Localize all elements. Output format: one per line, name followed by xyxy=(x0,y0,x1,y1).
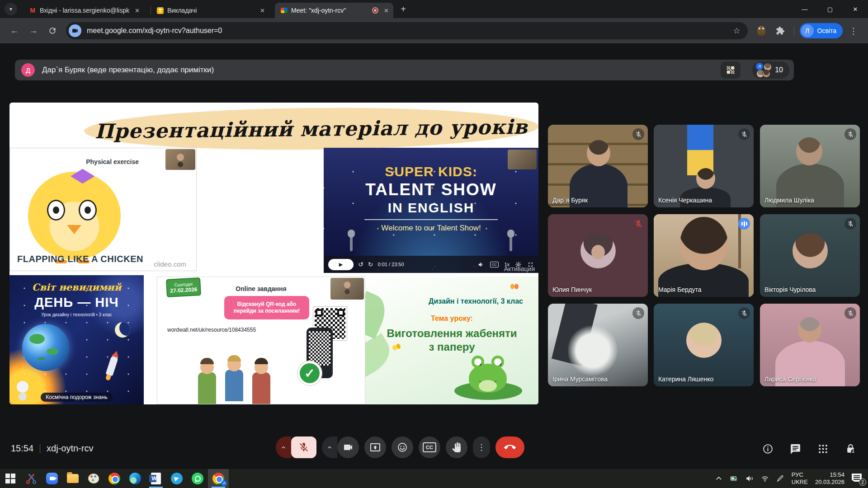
profile-chip[interactable]: Л Освіта xyxy=(800,23,843,38)
chat-button[interactable] xyxy=(790,443,801,455)
rewind-icon[interactable]: ↺ xyxy=(358,261,363,268)
mic-options-button[interactable] xyxy=(276,436,291,458)
participant-name: Ірина Мурсамітова xyxy=(552,375,608,383)
meeting-details-button[interactable] xyxy=(762,443,774,455)
participant-tile[interactable]: Катерина Ляшенко xyxy=(654,304,754,386)
notification-count-badge: 2 xyxy=(859,479,866,486)
taskbar-file-explorer[interactable] xyxy=(62,469,83,488)
notification-center-button[interactable]: 2 xyxy=(852,474,863,483)
mic-mute-button[interactable] xyxy=(291,436,316,458)
tray-date: 20.03.2026 xyxy=(815,479,844,486)
reload-button[interactable] xyxy=(44,23,61,39)
forward-button[interactable]: → xyxy=(25,23,42,39)
taskbar-chrome-profile-active[interactable]: Л xyxy=(208,469,229,488)
fast-forward-icon[interactable]: ↻ xyxy=(368,261,373,268)
mic-off-icon xyxy=(632,218,644,230)
taskbar-chrome[interactable] xyxy=(104,469,125,488)
tab-close-icon[interactable]: ✕ xyxy=(135,7,140,14)
volume-icon[interactable] xyxy=(745,474,754,483)
space-title-script: Світ невидимий xyxy=(9,282,144,293)
present-icon xyxy=(370,442,381,453)
participant-tile[interactable]: Юлия Пинчук xyxy=(548,214,648,297)
wifi-icon[interactable] xyxy=(761,474,769,483)
back-button[interactable]: ← xyxy=(6,23,23,39)
participant-count-pill[interactable]: Л 10 xyxy=(752,61,789,79)
bookmark-star-icon[interactable]: ☆ xyxy=(733,26,745,36)
microphone-prop-icon xyxy=(509,236,512,251)
host-controls-button[interactable] xyxy=(845,443,856,455)
presenter-banner-text: Дар`я Буряк (веде презентацію, додає при… xyxy=(42,66,214,75)
taskbar-clock[interactable]: 15:54 20.03.2026 xyxy=(815,471,844,486)
scissors-icon xyxy=(26,473,37,484)
talent-line3: IN ENGLISH xyxy=(324,200,538,216)
meet-icon xyxy=(280,7,288,14)
participant-tile[interactable]: Ірина Мурсамітова xyxy=(548,304,648,386)
leave-call-button[interactable] xyxy=(495,436,524,458)
tab-gmail[interactable]: M Вхідні - larissa.sergienko@lispk ✕ xyxy=(24,3,151,18)
taskbar-edge[interactable] xyxy=(125,469,146,488)
taskbar-zoom-app[interactable] xyxy=(42,469,62,488)
browser-tab-strip: ▾ M Вхідні - larissa.sergienko@lispk ✕ В… xyxy=(0,0,868,18)
pen-icon[interactable] xyxy=(776,474,784,483)
browser-toolbar: ← → meet.google.com/xdj-oytn-rcv?authuse… xyxy=(0,18,868,43)
taskbar-snipping-app[interactable] xyxy=(21,469,42,488)
more-options-button[interactable]: ⋮ xyxy=(473,436,490,458)
participant-tile[interactable]: Людмила Шуліка xyxy=(760,125,860,207)
keyboard-language-indicator[interactable]: РУС UKRE xyxy=(792,471,808,486)
shared-presentation[interactable]: Презентаційний матеріал до уроків Physic… xyxy=(9,103,538,404)
taskbar-whatsapp[interactable] xyxy=(187,469,208,488)
participant-tile-active-speaker[interactable]: Марія Бердута xyxy=(654,214,754,297)
address-bar[interactable]: meet.google.com/xdj-oytn-rcv?authuser=0 … xyxy=(66,22,748,39)
tray-expand-chevron-icon[interactable] xyxy=(715,474,723,483)
reload-icon xyxy=(48,26,57,35)
presentation-title: Презентаційний матеріал до уроків xyxy=(94,115,528,142)
tab-teachers[interactable]: Викладачі ✕ xyxy=(151,3,269,18)
present-screen-button[interactable] xyxy=(364,436,386,458)
owl-icon xyxy=(757,26,765,36)
start-button[interactable] xyxy=(0,469,21,488)
extensions-button[interactable] xyxy=(772,23,788,39)
new-tab-button[interactable]: + xyxy=(397,3,410,15)
tab-close-icon[interactable]: ✕ xyxy=(384,7,389,14)
whatsapp-icon xyxy=(192,473,203,484)
close-window-button[interactable]: ✕ xyxy=(843,0,868,18)
tab-search-chevron-icon: ▾ xyxy=(9,6,12,12)
taskbar-word[interactable]: W xyxy=(146,469,166,488)
owl-extension-button[interactable] xyxy=(753,23,769,39)
word-icon: W xyxy=(151,473,161,484)
activities-button[interactable] xyxy=(817,443,829,455)
zoom-icon xyxy=(46,473,58,484)
play-icon: ▶ xyxy=(339,262,343,267)
layout-off-button[interactable] xyxy=(721,61,741,79)
volume-icon[interactable] xyxy=(478,261,485,268)
camera-options-button[interactable] xyxy=(322,436,337,458)
tab-meet-active[interactable]: Meet: "xdj-oytn-rcv" ✕ xyxy=(275,3,393,18)
participant-tile[interactable]: Лариса Сергієнко xyxy=(760,304,860,386)
camera-toggle-button[interactable] xyxy=(337,436,359,458)
mic-off-icon xyxy=(844,218,856,230)
slide-talent-show: SUPER KIDS: TALENT SHOW IN ENGLISH Welco… xyxy=(324,148,538,273)
taskbar-paint-app[interactable] xyxy=(83,469,104,488)
gmail-icon: M xyxy=(29,7,36,14)
captions-icon[interactable]: CC xyxy=(490,262,499,267)
mic-control xyxy=(276,436,316,458)
call-controls: CC ⋮ xyxy=(276,436,524,458)
browser-menu-button[interactable]: ⋮ xyxy=(845,23,862,39)
slide-qr-task: Сьогодні 27.02.2026 Online завдання Відс… xyxy=(157,277,365,404)
tab-close-icon[interactable]: ✕ xyxy=(260,7,265,14)
reactions-button[interactable] xyxy=(392,436,413,458)
mic-off-icon xyxy=(298,442,309,453)
play-button[interactable]: ▶ xyxy=(328,259,354,270)
participant-tile[interactable]: Вікторія Чурілова xyxy=(760,214,860,297)
raise-hand-button[interactable] xyxy=(446,436,467,458)
captions-button[interactable]: CC xyxy=(419,436,440,458)
camera-icon xyxy=(343,442,354,453)
tab-search-button[interactable]: ▾ xyxy=(5,3,17,15)
battery-security-icon[interactable] xyxy=(730,474,738,483)
minimize-button[interactable]: — xyxy=(792,0,817,18)
participant-tile[interactable]: Дар`я Буряк xyxy=(548,125,648,207)
system-tray: РУС UKRE 15:54 20.03.2026 2 xyxy=(715,471,868,486)
maximize-button[interactable]: ▢ xyxy=(817,0,843,18)
participant-tile[interactable]: Ксенія Черкашина xyxy=(654,125,754,207)
taskbar-telegram[interactable] xyxy=(166,469,187,488)
